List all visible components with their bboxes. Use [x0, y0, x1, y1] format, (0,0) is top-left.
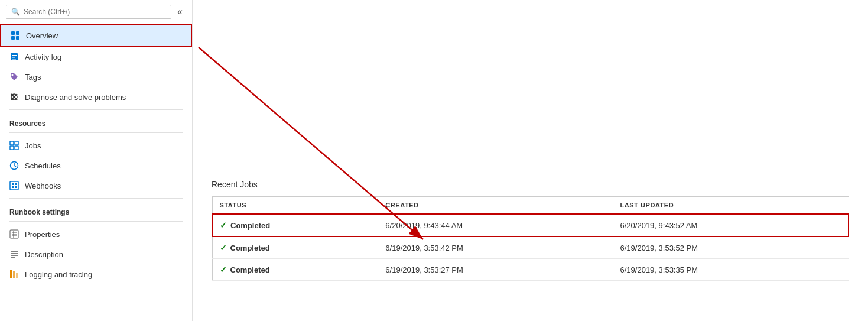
svg-rect-22 [12, 186, 14, 188]
sidebar-item-label-logging: Logging and tracing [25, 270, 92, 279]
sidebar-item-label-overview: Overview [26, 31, 58, 40]
divider-resources [9, 132, 183, 133]
sidebar-item-webhooks[interactable]: Webhooks [0, 176, 192, 196]
sidebar-item-tags[interactable]: Tags [0, 67, 192, 87]
sidebar-item-label-description: Description [25, 250, 63, 259]
sidebar-item-label-jobs: Jobs [25, 141, 41, 150]
col-status: STATUS [212, 197, 378, 215]
created-cell: 6/19/2019, 3:53:27 PM [378, 259, 613, 281]
divider-1 [9, 109, 183, 110]
schedules-icon [9, 161, 19, 170]
search-input[interactable] [24, 8, 166, 16]
check-icon: ✓ [220, 265, 227, 274]
sidebar-item-schedules[interactable]: Schedules [0, 155, 192, 176]
description-icon [9, 249, 19, 259]
col-created: CREATED [378, 197, 613, 215]
sidebar-item-label-tags: Tags [25, 73, 41, 82]
recent-jobs-title: Recent Jobs [212, 180, 849, 189]
svg-rect-1 [16, 31, 19, 35]
table-row[interactable]: ✓ Completed 6/20/2019, 9:43:44 AM 6/20/2… [212, 214, 849, 236]
section-resources: Resources [0, 112, 192, 130]
status-cell: ✓ Completed [212, 259, 378, 281]
sidebar-item-description[interactable]: Description [0, 244, 192, 264]
sidebar-item-activity-log[interactable]: Activity log [0, 47, 192, 67]
table-header-row: STATUS CREATED LAST UPDATED [212, 197, 849, 215]
sidebar-item-overview[interactable]: Overview [0, 24, 192, 47]
svg-point-8 [12, 74, 14, 76]
jobs-icon [9, 141, 19, 150]
svg-rect-12 [10, 141, 14, 145]
created-cell: 6/20/2019, 9:43:44 AM [378, 214, 613, 236]
updated-cell: 6/19/2019, 3:53:52 PM [613, 236, 849, 259]
svg-rect-23 [15, 186, 17, 188]
sidebar-item-label-webhooks: Webhooks [25, 181, 61, 190]
check-icon: ✓ [220, 243, 227, 252]
status-cell: ✓ Completed [212, 214, 378, 236]
divider-2 [9, 198, 183, 199]
recent-jobs-section: Recent Jobs STATUS CREATED LAST UPDATED … [193, 166, 868, 295]
table-row[interactable]: ✓ Completed 6/19/2019, 3:53:27 PM 6/19/2… [212, 259, 849, 281]
svg-rect-20 [12, 183, 14, 185]
sidebar-item-diagnose[interactable]: Diagnose and solve problems [0, 87, 192, 107]
svg-rect-34 [13, 271, 15, 278]
status-label: Completed [230, 244, 270, 252]
table-row[interactable]: ✓ Completed 6/19/2019, 3:53:42 PM 6/19/2… [212, 236, 849, 259]
svg-rect-6 [12, 57, 15, 58]
status-cell: ✓ Completed [212, 236, 378, 259]
svg-rect-14 [10, 146, 14, 150]
updated-cell: 6/19/2019, 3:53:35 PM [613, 259, 849, 281]
svg-rect-2 [11, 36, 15, 40]
sidebar-item-jobs[interactable]: Jobs [0, 135, 192, 155]
status-label: Completed [230, 265, 270, 274]
divider-runbook [9, 221, 183, 222]
sidebar-item-label-schedules: Schedules [25, 161, 61, 170]
updated-cell: 6/20/2019, 9:43:52 AM [613, 214, 849, 236]
col-last-updated: LAST UPDATED [613, 197, 849, 215]
sidebar-item-properties[interactable]: Properties [0, 224, 192, 244]
search-icon: 🔍 [11, 8, 20, 16]
section-runbook-settings: Runbook settings [0, 201, 192, 219]
diagnose-icon [9, 92, 19, 102]
sidebar-item-label-properties: Properties [25, 230, 60, 239]
jobs-table: STATUS CREATED LAST UPDATED ✓ Completed … [212, 196, 849, 281]
svg-rect-21 [15, 183, 17, 185]
created-cell: 6/19/2019, 3:53:42 PM [378, 236, 613, 259]
svg-rect-0 [11, 31, 15, 35]
webhooks-icon [9, 181, 19, 190]
overview-icon [11, 31, 20, 40]
sidebar-item-label-activity-log: Activity log [25, 53, 61, 61]
svg-rect-7 [12, 59, 16, 60]
svg-rect-5 [12, 55, 17, 56]
svg-rect-19 [10, 181, 18, 190]
sidebar-item-label-diagnose: Diagnose and solve problems [25, 93, 126, 102]
sidebar-item-logging[interactable]: Logging and tracing [0, 264, 192, 284]
status-label: Completed [230, 221, 270, 230]
svg-rect-15 [15, 146, 18, 150]
sidebar: 🔍 « Overview Activity log [0, 0, 193, 321]
main-content: Recent Jobs STATUS CREATED LAST UPDATED … [193, 0, 868, 321]
activity-log-icon [9, 52, 19, 61]
svg-rect-35 [16, 273, 18, 278]
properties-icon [9, 229, 19, 239]
search-bar[interactable]: 🔍 [6, 5, 171, 19]
logging-icon [9, 270, 19, 279]
svg-rect-13 [15, 141, 18, 145]
svg-rect-33 [10, 270, 12, 278]
tags-icon [9, 72, 19, 82]
check-icon: ✓ [220, 221, 227, 230]
collapse-sidebar-button[interactable]: « [174, 5, 186, 18]
svg-rect-3 [16, 36, 19, 40]
svg-line-18 [14, 166, 16, 167]
